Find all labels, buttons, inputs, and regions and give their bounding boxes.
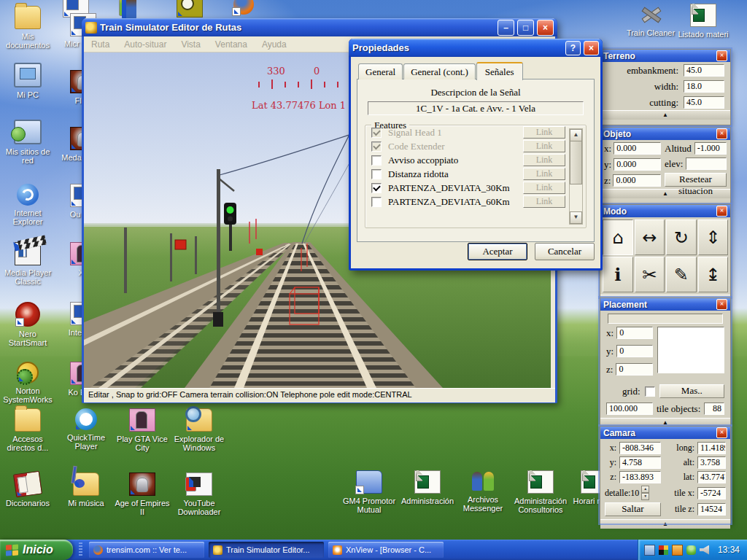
close-button[interactable]: × [537,20,554,36]
link-button[interactable]: Link [523,168,565,180]
terreno-titlebar[interactable]: Terreno × [600,50,730,62]
taskbar-task-xnview[interactable]: XnView - [Browser - C... [328,542,444,558]
tool-move-object[interactable]: ↔ [635,219,665,255]
panel-close-button[interactable]: × [716,50,727,61]
placement-titlebar[interactable]: Placement × [600,298,730,311]
cam-alt-field[interactable]: 3.758 [697,456,726,469]
desktop-icon-youtube-downloader[interactable]: YouTube Downloader [171,472,227,516]
desktop-icon-mi-musica[interactable]: Mi música [58,472,114,508]
menu-ventana[interactable]: Ventana [215,39,247,50]
desktop-icon-explorador[interactable]: Explorador de Windows [171,408,227,452]
cutting-field[interactable]: 45.0 [684,96,724,109]
desktop-icon-mi-pc[interactable]: Mi PC [0,63,55,99]
desktop-icon-administracion[interactable]: Administración [398,470,457,505]
plc-y-field[interactable]: 0 [616,345,653,357]
checkbox-distanza-ridotta[interactable] [371,169,382,179]
desktop-icon-nero-startsmart[interactable]: Nero StartSmart [0,302,55,347]
mas-button[interactable]: Mas.. [659,384,724,398]
desktop-icon-gm4[interactable]: GM4 Promotor Mutual [339,470,399,514]
features-scrollbar[interactable]: ▲ ▼ [569,128,583,225]
cam-lat-field[interactable]: 43.77473 [697,471,726,483]
taskbar-clock[interactable]: 13:34 [718,545,740,555]
taskbar-task-train-simulator[interactable]: Train Simulator Editor... [209,542,324,558]
link-button[interactable]: Link [523,182,565,194]
desktop-icon-firefox[interactable] [229,0,258,15]
dialog-close-button[interactable]: × [584,41,599,55]
maximize-button[interactable]: □ [517,20,534,36]
volume-tray-icon[interactable] [700,545,709,555]
menu-ruta[interactable]: Ruta [91,39,109,50]
desktop-icon-media-player-classic[interactable]: Media Player Classic [0,242,55,286]
obj-y-field[interactable]: 0.000 [614,158,661,171]
tile-z-field[interactable]: 14524 [697,503,726,516]
checkbox-partenza-deviata-30[interactable] [371,183,382,193]
elev-field[interactable] [686,158,727,170]
grid-checkbox[interactable] [645,386,655,397]
help-button[interactable]: ? [565,41,581,55]
checkbox-partenza-deviata-60[interactable] [371,197,382,207]
minimize-button[interactable]: – [498,20,514,36]
messenger-tray-icon[interactable] [686,545,696,555]
desktop-icon-quicktime[interactable]: QuickTime Player [58,408,114,451]
panel-collapse-strip[interactable]: ▲ [600,110,730,120]
panel-close-button[interactable]: × [716,299,727,310]
desktop-icon-mis-sitios-de-red[interactable]: Mis sitios de red [0,120,55,165]
tool-object-info[interactable]: ℹ [603,257,633,292]
tool-paint-terrain[interactable]: ✎ [666,257,697,292]
scale-field[interactable]: 100.000 [606,402,653,415]
cam-z-field[interactable]: -183.893 [619,471,661,483]
desktop-icon-train-cleaner[interactable]: Train Cleaner [622,4,680,37]
menu-vista[interactable]: Vista [181,39,200,50]
app-tray-icon[interactable] [659,545,668,555]
orange-tray-icon[interactable] [672,545,683,556]
network-tray-icon[interactable] [644,545,655,556]
altitud-field[interactable]: -1.000 [694,142,727,155]
tab-general[interactable]: General [358,63,403,79]
desktop-icon-accesos-directos[interactable]: Accesos directos d... [0,408,55,452]
desktop-icon-admin-consultorios[interactable]: Administración Consultorios [509,470,572,514]
taskbar-task-trensim[interactable]: trensim.com :: Ver te... [89,542,204,558]
link-button[interactable]: Link [523,195,565,208]
desktop-icon-mis-documentos[interactable]: Mis documentos [0,6,55,50]
tab-senales[interactable]: Señales [476,62,523,80]
obj-z-field[interactable]: 0.000 [613,174,661,187]
desktop-icon-internet-explorer[interactable]: Internet Explorer [0,184,55,226]
obj-x-field[interactable]: 0.000 [614,142,661,155]
saltar-button[interactable]: Saltar [605,502,661,516]
desktop-icon-listado-materi[interactable]: Listado materi [677,4,729,39]
link-button[interactable]: Link [523,154,565,166]
objeto-titlebar[interactable]: Objeto × [600,128,730,140]
panel-close-button[interactable]: × [716,206,727,217]
cam-x-field[interactable]: -808.346 [619,442,661,454]
width-field[interactable]: 18.0 [684,80,724,93]
embankment-field[interactable]: 45.0 [684,64,724,77]
desktop-icon-norton-systemworks[interactable]: Norton SystemWorks [0,362,55,404]
plc-x-field[interactable]: 0 [616,327,653,339]
camara-titlebar[interactable]: Camara × [600,427,730,439]
panel-close-button[interactable]: × [716,427,727,438]
panel-close-button[interactable]: × [716,128,727,139]
tool-rotate-object[interactable]: ↻ [666,219,697,255]
spinner-down-icon[interactable]: ▼ [641,493,649,500]
dialog-titlebar[interactable]: Propiedades ? × [349,39,603,57]
desktop-icon-msn[interactable] [118,0,147,16]
aceptar-button[interactable]: Aceptar [468,243,527,260]
tool-cut-terrain[interactable]: ✂ [635,257,665,292]
start-button[interactable]: Inicio [0,540,73,560]
window-titlebar[interactable]: Train Simulator Editor de Rutas – □ × [82,18,557,36]
tool-adjust-height[interactable]: ⇕ [698,219,729,255]
resetear-situacion-button[interactable]: Resetear situacion [665,173,727,187]
menu-ayuda[interactable]: Ayuda [262,39,287,50]
tile-x-field[interactable]: -5724 [697,487,726,499]
scroll-down-button[interactable]: ▼ [570,211,582,224]
checkbox-signal-head[interactable] [371,128,382,138]
panel-collapse-strip[interactable]: ▲ [600,519,730,529]
quick-launch-separator[interactable] [79,542,82,557]
menu-auto-situar[interactable]: Auto-situar [124,39,166,50]
plc-z-field[interactable]: 0 [616,363,653,376]
modo-titlebar[interactable]: Modo × [600,205,730,217]
desktop-icon-scheduled-tasks[interactable] [175,0,204,18]
tool-dig-terrain[interactable]: ↨ [698,257,729,292]
scrollbar-thumb[interactable] [570,141,582,184]
desktop-icon-age-of-empires[interactable]: Age of Empires II [115,472,170,516]
